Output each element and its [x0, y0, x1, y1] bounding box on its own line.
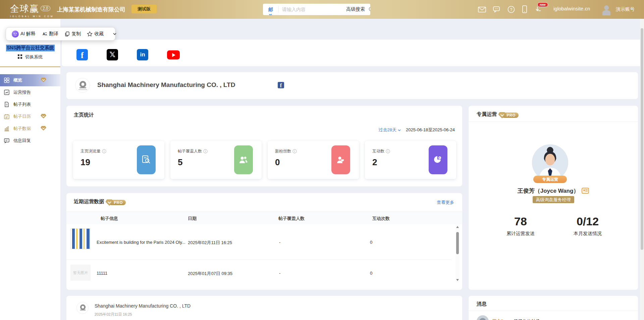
info-icon[interactable]	[386, 149, 390, 153]
translate-button[interactable]: A 翻译	[39, 31, 61, 37]
sidebar-item-post-list[interactable]: 帖子列表	[0, 98, 60, 110]
page-scrollbar[interactable]	[640, 19, 644, 320]
sidebar-item-operation-report[interactable]: 运营报告	[0, 86, 60, 98]
table-row[interactable]: Excitement is building for the Paris 202…	[66, 224, 451, 260]
contact-card-icon[interactable]	[582, 188, 589, 194]
message-action: 赞了你的帖子	[514, 318, 540, 320]
date-range-label: 过去28天	[379, 127, 396, 133]
mail-icon[interactable]	[478, 5, 486, 13]
sidebar-item-post-calendar[interactable]: 帖子日历	[0, 110, 60, 123]
pro-badge: PRO	[501, 112, 519, 118]
stat-card-page-views: 主页浏览量 19	[73, 141, 164, 179]
date-range-dropdown[interactable]: 过去28天	[379, 127, 401, 133]
post-date: 2025年01月07日 09:35	[188, 271, 232, 277]
account-name[interactable]: 演示账号	[616, 6, 635, 12]
advanced-search-link[interactable]: 高级搜索	[346, 6, 368, 12]
divider	[469, 311, 638, 311]
pro-badge: PRO	[109, 200, 126, 205]
copy-icon	[64, 31, 70, 37]
search-input[interactable]	[279, 7, 346, 12]
facebook-icon[interactable]: f	[76, 49, 88, 60]
page-title-company: Shanghai Machinery Manufacturing CO. , L…	[97, 81, 235, 89]
column-date: 日期	[188, 216, 197, 222]
help-icon[interactable]: ?	[507, 5, 515, 13]
selection-toolbar: AI 解释 A 翻译 复制 收藏	[6, 27, 115, 41]
favorite-button[interactable]: 收藏	[85, 31, 106, 37]
table-header: 帖子信息 日期 帖子覆盖人数 互动次数	[66, 212, 462, 224]
monthly-sent-value: 0/12	[554, 215, 621, 228]
stat-value: 19	[80, 157, 90, 168]
logo-text: 全球赢	[10, 4, 39, 14]
table-row[interactable]: 暂无图片 11111 2025年01月07日 09:35 - 0	[66, 260, 451, 290]
chevron-down-icon	[112, 32, 117, 36]
manager-name: 王俊芳（Joyce Wang）	[469, 187, 638, 195]
download-icon[interactable]: new	[534, 6, 542, 14]
ai-explain-button[interactable]: AI 解释	[9, 31, 38, 38]
star-icon	[87, 31, 93, 37]
date-range-value: 2025-06-18至2025-06-24	[406, 127, 455, 133]
messages-title: 消息	[477, 301, 487, 307]
ops-ribbon-badge: 专属运营	[533, 176, 567, 183]
sidebar-item-post-data[interactable]: 帖子数据	[0, 123, 60, 135]
post-title[interactable]: 11111	[97, 271, 107, 276]
x-twitter-icon[interactable]: 𝕏	[107, 49, 118, 60]
sidebar-item-overview[interactable]: 概览	[0, 74, 60, 86]
page-scrollbar-thumb[interactable]	[641, 28, 643, 250]
mobile-icon[interactable]	[521, 5, 529, 13]
message-user-link[interactable]: D	[507, 319, 510, 320]
post-title[interactable]: Excitement is building for the Paris 202…	[97, 240, 185, 245]
system-title-selected[interactable]: SNS跨平台云社交系统	[6, 45, 55, 51]
report-icon	[4, 90, 9, 95]
search-category-dropdown[interactable]: 邮件	[263, 6, 279, 13]
post-date: 2025年02月11日 16:25	[188, 240, 232, 246]
copy-button[interactable]: 复制	[62, 31, 83, 37]
date-filter-row: 过去28天 2025-06-18至2025-06-24	[379, 127, 455, 133]
message-user[interactable]: 用户D	[492, 318, 504, 320]
homepage-stats-card: 主页统计 过去28天 2025-06-18至2025-06-24 主页浏览量 1…	[66, 106, 462, 186]
site-domain[interactable]: iglobalwinsite.cn	[553, 6, 590, 11]
column-interactions: 互动次数	[372, 216, 390, 222]
sidebar-item-label: 信息回复	[13, 138, 31, 144]
bottom-post-title: Shanghai Machinery Manufacturing CO. , L…	[95, 303, 191, 309]
scroll-up-arrow[interactable]	[456, 226, 459, 228]
search-icon[interactable]	[368, 6, 370, 13]
post-reach-icon	[234, 145, 253, 174]
toolbar-expand-button[interactable]	[110, 32, 119, 36]
social-accounts-bar: f 𝕏 in	[62, 40, 641, 66]
stat-label: 互动数	[372, 148, 384, 154]
table-scrollbar[interactable]	[455, 225, 460, 282]
manager-photo	[532, 144, 568, 181]
post-interactions: 0	[370, 240, 372, 245]
logo-subtitle: IGLOBAL WIN COM	[10, 15, 54, 17]
bottom-post-card[interactable]: Shanghai Machinery Manufacturing CO. , L…	[66, 296, 462, 320]
new-followers-icon	[331, 145, 350, 174]
scroll-down-arrow[interactable]	[456, 279, 459, 281]
calendar-icon	[4, 114, 9, 119]
youtube-icon[interactable]	[167, 49, 178, 60]
document-icon	[4, 102, 9, 107]
post-thumbnail[interactable]	[70, 228, 91, 249]
sidebar-item-label: 帖子列表	[13, 101, 31, 107]
switch-system-button[interactable]: 切换系统	[0, 54, 60, 60]
stat-value: 2	[372, 157, 377, 168]
translate-icon: A	[42, 31, 47, 37]
chat-icon[interactable]	[492, 5, 500, 13]
favorite-label: 收藏	[94, 31, 104, 37]
view-more-link[interactable]: 查看更多	[437, 199, 454, 205]
company-logo-small	[76, 302, 89, 314]
linkedin-icon[interactable]: in	[137, 49, 148, 60]
stat-card-post-reach: 帖子覆盖人数 5	[170, 141, 262, 179]
manager-name-text: 王俊芳（Joyce Wang）	[518, 188, 579, 194]
app-logo: 全球赢2.0 IGLOBAL WIN COM	[10, 3, 54, 17]
manager-role-badge: 高级询盘服务经理	[533, 196, 574, 203]
info-icon[interactable]	[292, 149, 297, 153]
message-row[interactable]: 用户D D 赞了你的帖子	[477, 315, 540, 320]
page-views-icon	[137, 145, 156, 174]
translate-label: 翻译	[49, 31, 58, 37]
sidebar-item-message-reply[interactable]: 信息回复	[0, 135, 60, 147]
scrollbar-thumb[interactable]	[456, 232, 459, 254]
facebook-mini-icon[interactable]: f	[278, 82, 284, 88]
stat-label: 主页浏览量	[80, 148, 101, 154]
info-icon[interactable]	[203, 149, 208, 153]
info-icon[interactable]	[102, 149, 106, 153]
